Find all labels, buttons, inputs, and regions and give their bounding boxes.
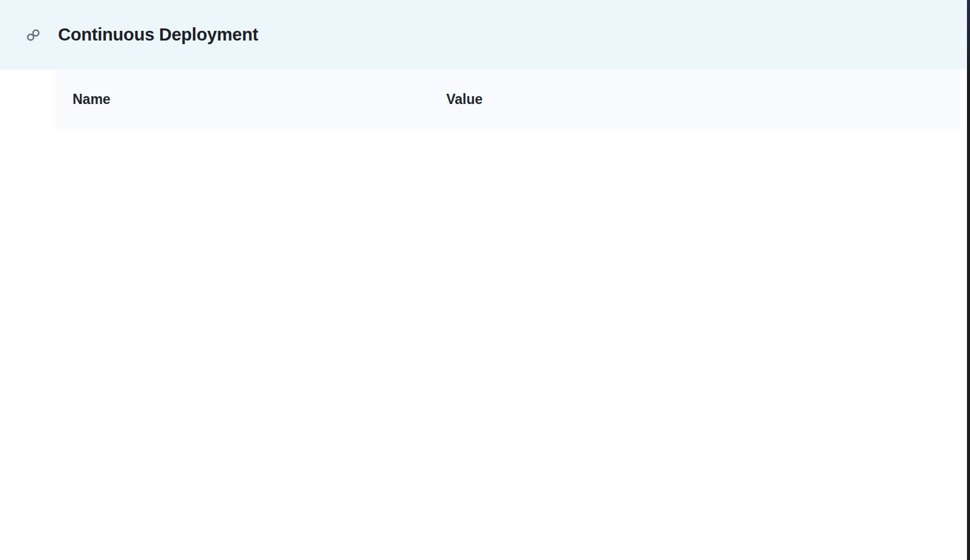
settings-page: Continuous Deployment Name Value bbox=[0, 0, 970, 560]
screen-right-edge bbox=[967, 0, 970, 560]
section-header: Continuous Deployment bbox=[0, 0, 970, 70]
table-header: Name Value bbox=[56, 70, 960, 129]
page-title: Continuous Deployment bbox=[58, 25, 258, 45]
column-header-value: Value bbox=[423, 91, 764, 108]
column-header-name: Name bbox=[56, 91, 423, 108]
settings-table: Name Value bbox=[56, 70, 960, 129]
link-anchor-icon[interactable] bbox=[25, 27, 41, 43]
